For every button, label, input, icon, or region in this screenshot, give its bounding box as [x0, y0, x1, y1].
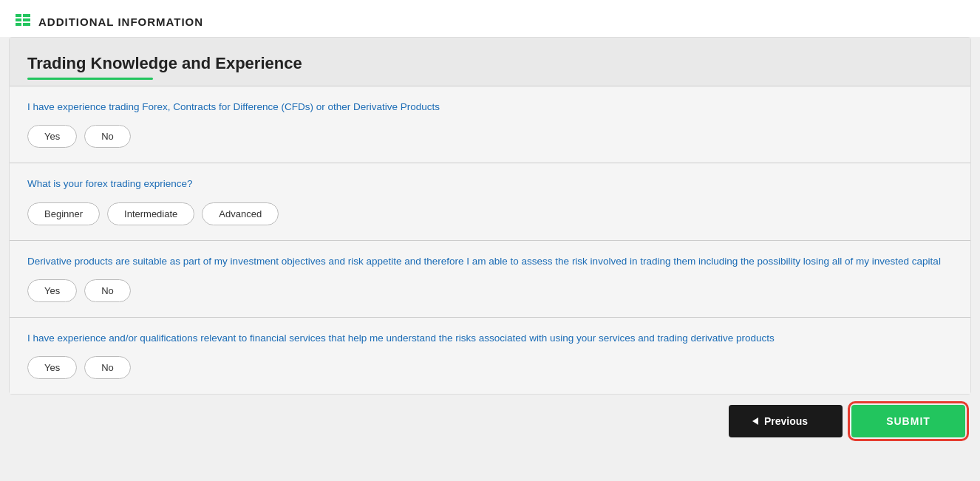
submit-button[interactable]: SUBMIT: [851, 405, 965, 437]
svg-rect-0: [16, 14, 21, 17]
q4-no-button[interactable]: No: [84, 356, 131, 379]
question-text-4: I have experience and/or qualifications …: [27, 331, 953, 346]
q2-intermediate-button[interactable]: Intermediate: [107, 202, 194, 225]
grid-icon: [15, 13, 31, 30]
page-header: ADDITIONAL INFORMATION: [0, 0, 980, 37]
svg-rect-1: [23, 14, 30, 17]
previous-label: Previous: [764, 415, 808, 427]
section-title: Trading Knowledge and Experience: [27, 54, 953, 73]
question-block-3: Derivative products are suitable as part…: [10, 240, 970, 317]
question-block-2: What is your forex trading exprience? Be…: [10, 163, 970, 239]
question-text-3: Derivative products are suitable as part…: [27, 254, 953, 269]
q2-beginner-button[interactable]: Beginner: [27, 202, 100, 225]
q3-no-button[interactable]: No: [84, 279, 131, 302]
svg-rect-3: [23, 18, 30, 21]
options-row-1: Yes No: [27, 125, 953, 148]
q1-no-button[interactable]: No: [84, 125, 131, 148]
svg-rect-2: [16, 18, 21, 21]
section-underline: [27, 78, 153, 80]
q4-yes-button[interactable]: Yes: [27, 356, 77, 379]
submit-wrapper: SUBMIT: [851, 405, 965, 437]
footer-nav: Previous SUBMIT: [0, 395, 980, 448]
svg-rect-4: [16, 23, 21, 26]
question-block-1: I have experience trading Forex, Contrac…: [10, 86, 970, 163]
options-row-4: Yes No: [27, 356, 953, 379]
arrow-left-icon: [752, 417, 758, 425]
question-text-1: I have experience trading Forex, Contrac…: [27, 100, 953, 115]
svg-rect-5: [23, 23, 30, 26]
question-block-4: I have experience and/or qualifications …: [10, 317, 970, 394]
q3-yes-button[interactable]: Yes: [27, 279, 77, 302]
previous-button[interactable]: Previous: [729, 405, 843, 437]
q1-yes-button[interactable]: Yes: [27, 125, 77, 148]
question-text-2: What is your forex trading exprience?: [27, 177, 953, 191]
q2-advanced-button[interactable]: Advanced: [202, 202, 279, 225]
options-row-2: Beginner Intermediate Advanced: [27, 202, 953, 225]
main-container: Trading Knowledge and Experience I have …: [9, 37, 971, 395]
page-title: ADDITIONAL INFORMATION: [38, 16, 203, 28]
section-title-bar: Trading Knowledge and Experience: [10, 38, 970, 86]
options-row-3: Yes No: [27, 279, 953, 302]
